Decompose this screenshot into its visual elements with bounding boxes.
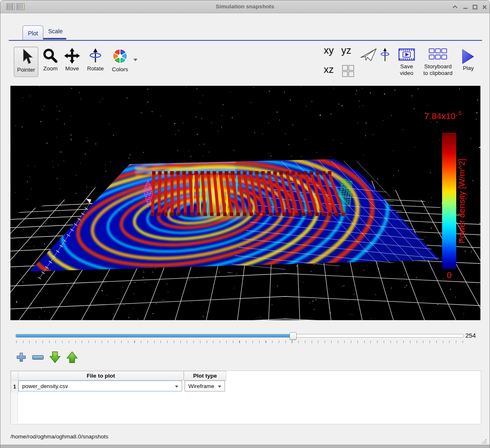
save-video-label-2: video: [400, 70, 413, 77]
view-xy-button[interactable]: xy: [324, 45, 334, 56]
frame-slider[interactable]: [15, 334, 464, 338]
add-row-button[interactable]: [16, 352, 26, 362]
combo-caret-icon: [218, 386, 221, 388]
tab-indicator: [43, 38, 66, 40]
zoom-icon: [42, 48, 58, 64]
rotate-view-icon[interactable]: [379, 47, 391, 63]
storyboard-label-1: Storyboard: [423, 63, 452, 70]
close-button[interactable]: [481, 4, 488, 10]
plot-type-value: Wireframe: [188, 383, 214, 389]
paper-plane-icon[interactable]: [360, 47, 378, 63]
colorbar-axis-label: Power density [W/m^2]: [457, 159, 466, 244]
column-header-file[interactable]: File to plot: [18, 371, 184, 381]
file-to-plot-combobox[interactable]: power_density.csv: [18, 381, 182, 391]
3d-viewport[interactable]: 7.84x10 -5 0 Power density [W/m^2]: [10, 86, 480, 320]
save-video-label-1: Save: [400, 63, 413, 70]
status-path: /home/rod/oghma/oghma8.0/snapshots: [10, 433, 108, 440]
save-video-button[interactable]: Save video: [395, 48, 418, 77]
resize-grip[interactable]: [482, 439, 487, 444]
file-to-plot-value: power_density.csv: [22, 383, 68, 389]
move-row-down-button[interactable]: [49, 351, 61, 363]
pointer-icon: [18, 48, 34, 65]
rotate-icon: [88, 48, 103, 64]
table-corner-cell: [11, 371, 18, 381]
window-bottom-edge: [0, 445, 490, 448]
window-title: Simulation snapshots: [0, 3, 490, 10]
slider-tickmarks: [16, 341, 463, 343]
color-wheel-icon: [112, 48, 128, 65]
colors-label: Colors: [112, 66, 128, 72]
colorbar-min-value: 0: [447, 270, 452, 280]
colorbar-max-exponent: -5: [457, 110, 462, 116]
colors-menu-caret[interactable]: [133, 58, 138, 62]
move-label: Move: [65, 65, 79, 72]
play-label: Play: [463, 65, 474, 71]
minimize-button[interactable]: [462, 4, 469, 10]
colors-button[interactable]: Colors: [108, 48, 132, 72]
tab-scale[interactable]: Scale: [45, 28, 65, 38]
frame-number: 254: [465, 332, 476, 339]
rotate-label: Rotate: [87, 65, 104, 72]
shade-button[interactable]: [452, 4, 458, 10]
slider-handle[interactable]: [290, 332, 297, 340]
pointer-label: Pointer: [17, 67, 35, 73]
plot-files-table: File to plot Plot type 1 power_density.c…: [10, 371, 481, 424]
storyboard-button[interactable]: Storyboard to clipboard: [419, 48, 457, 77]
row-number[interactable]: 1: [11, 380, 18, 393]
slider-fill: [16, 334, 293, 337]
rotate-button[interactable]: Rotate: [84, 48, 107, 72]
play-button[interactable]: Play: [459, 49, 478, 71]
column-header-type[interactable]: Plot type: [184, 371, 226, 381]
play-icon: [462, 49, 475, 64]
move-row-up-button[interactable]: [66, 351, 78, 363]
remove-row-button[interactable]: [32, 355, 44, 360]
colorbar-max-value: 7.84x10: [424, 111, 455, 121]
tab-plot[interactable]: Plot: [22, 25, 43, 41]
zoom-button[interactable]: Zoom: [40, 48, 61, 72]
move-button[interactable]: Move: [61, 48, 83, 72]
row-gutter: [11, 393, 18, 423]
plot-type-combobox[interactable]: Wireframe: [185, 381, 225, 391]
move-icon: [64, 48, 80, 64]
zoom-label: Zoom: [43, 65, 58, 72]
app-window: Simulation snapshots Plot Scale Pointer …: [0, 0, 490, 448]
storyboard-label-2: to clipboard: [423, 70, 452, 77]
title-bar[interactable]: Simulation snapshots: [0, 0, 490, 13]
view-xz-button[interactable]: xz: [324, 64, 334, 75]
pointer-button[interactable]: Pointer: [14, 47, 38, 77]
combo-caret-icon: [175, 386, 178, 388]
storyboard-icon: [429, 48, 447, 60]
tab-frame-line: [9, 40, 482, 41]
maximize-button[interactable]: [472, 4, 478, 10]
view-grid-button[interactable]: [342, 65, 354, 77]
view-yz-button[interactable]: yz: [341, 45, 351, 56]
save-video-icon: [398, 48, 415, 61]
